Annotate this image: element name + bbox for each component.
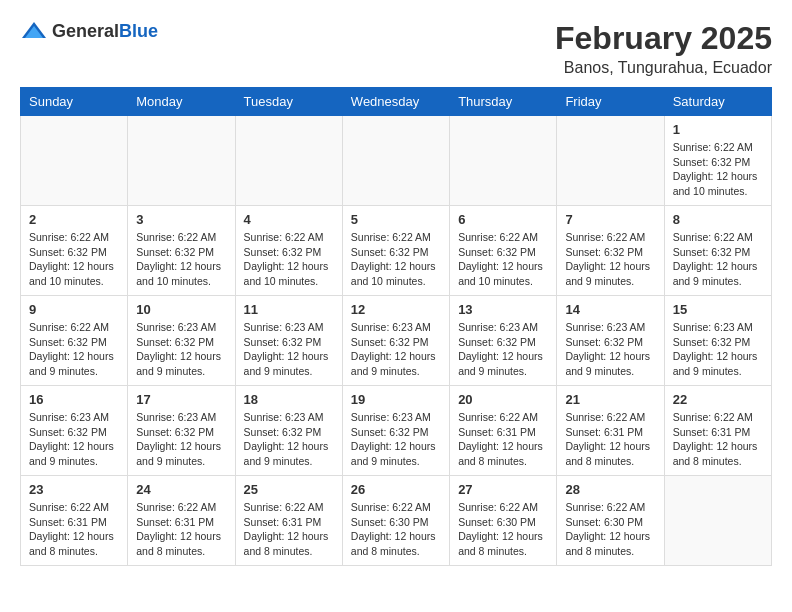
day-info: Sunrise: 6:22 AM Sunset: 6:31 PM Dayligh… <box>673 410 763 469</box>
day-number: 14 <box>565 302 655 317</box>
day-info: Sunrise: 6:22 AM Sunset: 6:31 PM Dayligh… <box>136 500 226 559</box>
weekday-header-row: SundayMondayTuesdayWednesdayThursdayFrid… <box>21 88 772 116</box>
day-number: 19 <box>351 392 441 407</box>
day-info: Sunrise: 6:23 AM Sunset: 6:32 PM Dayligh… <box>351 410 441 469</box>
weekday-header-monday: Monday <box>128 88 235 116</box>
day-number: 11 <box>244 302 334 317</box>
day-number: 26 <box>351 482 441 497</box>
calendar-cell <box>450 116 557 206</box>
calendar-table: SundayMondayTuesdayWednesdayThursdayFrid… <box>20 87 772 566</box>
calendar-cell: 3Sunrise: 6:22 AM Sunset: 6:32 PM Daylig… <box>128 206 235 296</box>
day-info: Sunrise: 6:22 AM Sunset: 6:32 PM Dayligh… <box>458 230 548 289</box>
calendar-cell: 5Sunrise: 6:22 AM Sunset: 6:32 PM Daylig… <box>342 206 449 296</box>
calendar-cell: 9Sunrise: 6:22 AM Sunset: 6:32 PM Daylig… <box>21 296 128 386</box>
day-info: Sunrise: 6:23 AM Sunset: 6:32 PM Dayligh… <box>29 410 119 469</box>
day-number: 20 <box>458 392 548 407</box>
calendar-cell <box>342 116 449 206</box>
calendar-cell: 15Sunrise: 6:23 AM Sunset: 6:32 PM Dayli… <box>664 296 771 386</box>
day-info: Sunrise: 6:22 AM Sunset: 6:30 PM Dayligh… <box>351 500 441 559</box>
calendar-week-row: 1Sunrise: 6:22 AM Sunset: 6:32 PM Daylig… <box>21 116 772 206</box>
calendar-cell: 7Sunrise: 6:22 AM Sunset: 6:32 PM Daylig… <box>557 206 664 296</box>
day-info: Sunrise: 6:22 AM Sunset: 6:31 PM Dayligh… <box>458 410 548 469</box>
day-info: Sunrise: 6:23 AM Sunset: 6:32 PM Dayligh… <box>244 410 334 469</box>
weekday-header-sunday: Sunday <box>21 88 128 116</box>
calendar-cell: 6Sunrise: 6:22 AM Sunset: 6:32 PM Daylig… <box>450 206 557 296</box>
calendar-cell: 23Sunrise: 6:22 AM Sunset: 6:31 PM Dayli… <box>21 476 128 566</box>
day-info: Sunrise: 6:23 AM Sunset: 6:32 PM Dayligh… <box>673 320 763 379</box>
calendar-cell: 20Sunrise: 6:22 AM Sunset: 6:31 PM Dayli… <box>450 386 557 476</box>
calendar-cell <box>21 116 128 206</box>
calendar-cell: 27Sunrise: 6:22 AM Sunset: 6:30 PM Dayli… <box>450 476 557 566</box>
day-info: Sunrise: 6:23 AM Sunset: 6:32 PM Dayligh… <box>458 320 548 379</box>
day-number: 22 <box>673 392 763 407</box>
day-info: Sunrise: 6:22 AM Sunset: 6:31 PM Dayligh… <box>244 500 334 559</box>
day-number: 1 <box>673 122 763 137</box>
calendar-cell: 10Sunrise: 6:23 AM Sunset: 6:32 PM Dayli… <box>128 296 235 386</box>
day-number: 12 <box>351 302 441 317</box>
day-number: 15 <box>673 302 763 317</box>
day-info: Sunrise: 6:22 AM Sunset: 6:31 PM Dayligh… <box>565 410 655 469</box>
calendar-week-row: 23Sunrise: 6:22 AM Sunset: 6:31 PM Dayli… <box>21 476 772 566</box>
day-info: Sunrise: 6:22 AM Sunset: 6:30 PM Dayligh… <box>458 500 548 559</box>
day-number: 24 <box>136 482 226 497</box>
calendar-cell: 1Sunrise: 6:22 AM Sunset: 6:32 PM Daylig… <box>664 116 771 206</box>
day-number: 3 <box>136 212 226 227</box>
calendar-cell: 25Sunrise: 6:22 AM Sunset: 6:31 PM Dayli… <box>235 476 342 566</box>
calendar-cell: 16Sunrise: 6:23 AM Sunset: 6:32 PM Dayli… <box>21 386 128 476</box>
day-info: Sunrise: 6:22 AM Sunset: 6:32 PM Dayligh… <box>29 320 119 379</box>
day-info: Sunrise: 6:22 AM Sunset: 6:32 PM Dayligh… <box>673 230 763 289</box>
calendar-week-row: 2Sunrise: 6:22 AM Sunset: 6:32 PM Daylig… <box>21 206 772 296</box>
day-number: 28 <box>565 482 655 497</box>
day-info: Sunrise: 6:22 AM Sunset: 6:32 PM Dayligh… <box>351 230 441 289</box>
day-number: 9 <box>29 302 119 317</box>
logo-icon <box>20 20 48 42</box>
page-header: GeneralBlue February 2025 Banos, Tungura… <box>20 20 772 77</box>
day-number: 17 <box>136 392 226 407</box>
calendar-cell <box>664 476 771 566</box>
logo: GeneralBlue <box>20 20 158 42</box>
day-info: Sunrise: 6:22 AM Sunset: 6:32 PM Dayligh… <box>244 230 334 289</box>
day-number: 10 <box>136 302 226 317</box>
calendar-cell: 26Sunrise: 6:22 AM Sunset: 6:30 PM Dayli… <box>342 476 449 566</box>
day-info: Sunrise: 6:22 AM Sunset: 6:31 PM Dayligh… <box>29 500 119 559</box>
calendar-cell <box>235 116 342 206</box>
month-title: February 2025 <box>555 20 772 57</box>
day-number: 4 <box>244 212 334 227</box>
title-area: February 2025 Banos, Tungurahua, Ecuador <box>555 20 772 77</box>
day-number: 8 <box>673 212 763 227</box>
day-number: 5 <box>351 212 441 227</box>
day-number: 16 <box>29 392 119 407</box>
calendar-cell: 14Sunrise: 6:23 AM Sunset: 6:32 PM Dayli… <box>557 296 664 386</box>
day-number: 7 <box>565 212 655 227</box>
calendar-week-row: 9Sunrise: 6:22 AM Sunset: 6:32 PM Daylig… <box>21 296 772 386</box>
day-info: Sunrise: 6:23 AM Sunset: 6:32 PM Dayligh… <box>136 410 226 469</box>
day-info: Sunrise: 6:22 AM Sunset: 6:30 PM Dayligh… <box>565 500 655 559</box>
day-info: Sunrise: 6:23 AM Sunset: 6:32 PM Dayligh… <box>565 320 655 379</box>
calendar-cell: 19Sunrise: 6:23 AM Sunset: 6:32 PM Dayli… <box>342 386 449 476</box>
calendar-cell: 21Sunrise: 6:22 AM Sunset: 6:31 PM Dayli… <box>557 386 664 476</box>
weekday-header-tuesday: Tuesday <box>235 88 342 116</box>
calendar-cell: 4Sunrise: 6:22 AM Sunset: 6:32 PM Daylig… <box>235 206 342 296</box>
calendar-cell: 11Sunrise: 6:23 AM Sunset: 6:32 PM Dayli… <box>235 296 342 386</box>
calendar-cell: 24Sunrise: 6:22 AM Sunset: 6:31 PM Dayli… <box>128 476 235 566</box>
day-number: 23 <box>29 482 119 497</box>
day-number: 6 <box>458 212 548 227</box>
day-number: 25 <box>244 482 334 497</box>
location-title: Banos, Tungurahua, Ecuador <box>555 59 772 77</box>
calendar-cell: 22Sunrise: 6:22 AM Sunset: 6:31 PM Dayli… <box>664 386 771 476</box>
calendar-cell: 17Sunrise: 6:23 AM Sunset: 6:32 PM Dayli… <box>128 386 235 476</box>
calendar-cell: 18Sunrise: 6:23 AM Sunset: 6:32 PM Dayli… <box>235 386 342 476</box>
logo-blue: Blue <box>119 21 158 41</box>
calendar-cell: 8Sunrise: 6:22 AM Sunset: 6:32 PM Daylig… <box>664 206 771 296</box>
day-number: 2 <box>29 212 119 227</box>
day-info: Sunrise: 6:23 AM Sunset: 6:32 PM Dayligh… <box>244 320 334 379</box>
day-number: 27 <box>458 482 548 497</box>
weekday-header-friday: Friday <box>557 88 664 116</box>
weekday-header-wednesday: Wednesday <box>342 88 449 116</box>
day-info: Sunrise: 6:22 AM Sunset: 6:32 PM Dayligh… <box>29 230 119 289</box>
weekday-header-saturday: Saturday <box>664 88 771 116</box>
calendar-cell: 13Sunrise: 6:23 AM Sunset: 6:32 PM Dayli… <box>450 296 557 386</box>
day-info: Sunrise: 6:23 AM Sunset: 6:32 PM Dayligh… <box>136 320 226 379</box>
day-number: 18 <box>244 392 334 407</box>
calendar-cell <box>128 116 235 206</box>
